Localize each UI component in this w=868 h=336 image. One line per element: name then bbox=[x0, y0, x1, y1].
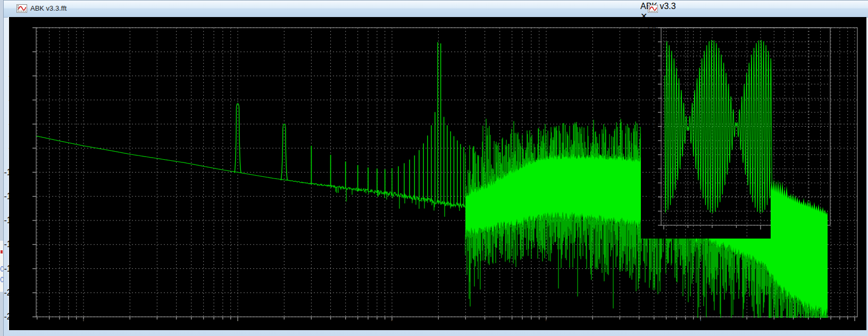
schematic-glyph-red bbox=[1, 250, 3, 253]
fft-window-title: ABK v3.3.fft bbox=[30, 1, 66, 17]
transient-window-title: ABK v3.3 bbox=[640, 2, 676, 11]
screen: ABK v3.3.fft 20dB0dB-20dB-40dB-60dB-80dB… bbox=[0, 0, 868, 336]
close-icon: ✕ bbox=[640, 11, 863, 21]
close-button[interactable]: ✕ bbox=[640, 11, 863, 21]
transient-window: ABK v3.3 ✕ bbox=[640, 2, 863, 239]
waveform-app-icon bbox=[16, 4, 27, 13]
transient-window-titlebar[interactable]: ABK v3.3 ✕ bbox=[640, 2, 863, 21]
waveform-app-icon-small bbox=[648, 5, 658, 13]
